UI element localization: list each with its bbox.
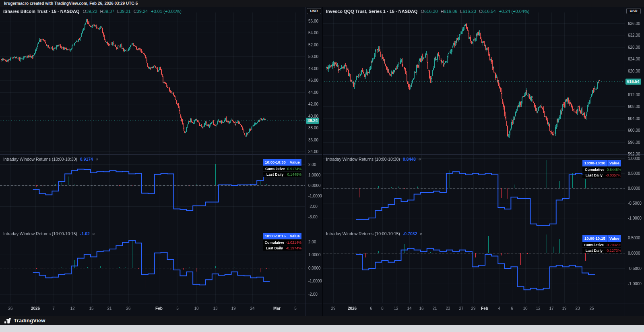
time-tick: 12 (394, 306, 398, 311)
time-scale[interactable]: 262026712152126Feb510131924Mar5 (0, 303, 305, 316)
time-tick: Mar (273, 306, 281, 311)
pane2-scale[interactable]: 2.001.00000.0000-1.0000-2.00 (305, 7, 324, 303)
watermark-bar: krugermacro created with TradingView.com… (0, 0, 644, 7)
time-tick: 26 (8, 306, 12, 311)
time-tick: 4 (498, 306, 500, 311)
currency-badge[interactable]: USD (307, 8, 321, 14)
time-tick: 10 (194, 306, 198, 311)
indicator-title: Intraday Window Returns (10:00-10:30) (326, 157, 400, 162)
ohlc-values: O616.30H616.86L616.23C616.54 (421, 9, 495, 14)
time-tick: 12 (536, 306, 540, 311)
time-tick: 5 (294, 306, 297, 311)
pane-tick: 0.0000 (628, 251, 640, 255)
returns-table-rows: Cumulative -1.0214% Last Daily -0.1974% (263, 239, 301, 251)
window-header: 10:00-10:30 (263, 159, 288, 166)
returns-table-1015: 10:00-10:15 Value Cumulative -1.0214% La… (263, 233, 301, 251)
diameter-icon: ⌀ (419, 157, 421, 161)
pane-tick: 0.0000 (308, 266, 321, 270)
window-header: 10:00-10:15 (263, 233, 288, 239)
pane-tick: -1.0000 (628, 282, 642, 286)
table-row: Last Daily 0.1448% (263, 171, 301, 177)
last-price-label: 39.24 (306, 118, 319, 124)
time-tick: 5 (176, 306, 179, 311)
table-row: Last Daily -0.1273% (582, 247, 621, 253)
indicator-value: -0.7032 (403, 231, 417, 236)
pane2-scale[interactable]: 0.50000.0000-0.5000-1.0000 (625, 7, 643, 303)
bottom-strip (0, 325, 644, 332)
time-tick: 6 (511, 306, 513, 311)
time-tick: 7 (52, 306, 55, 311)
indicator-value: -1.02 (80, 231, 90, 236)
value-header: Value (288, 233, 301, 239)
time-tick: 6 (370, 306, 372, 311)
table-row: Cumulative -1.0214% (263, 239, 301, 245)
time-tick: 21 (432, 306, 437, 311)
time-tick: 27 (459, 306, 463, 311)
chart-layout-ibit[interactable]: iShares Bitcoin Trust · 15 · NASDAQ O39.… (0, 7, 322, 316)
indicator-legend-1030[interactable]: Intraday Window Returns (10:00-10:30) 0.… (326, 157, 421, 162)
indicator-title: Intraday Window Returns (10:00-10:30) (3, 157, 77, 162)
symbol-title[interactable]: Invesco QQQ Trust, Series 1 · 15 · NASDA… (326, 9, 417, 14)
time-tick: Feb (481, 306, 488, 311)
time-tick: 24 (250, 306, 254, 311)
symbol-legend[interactable]: iShares Bitcoin Trust · 15 · NASDAQ O39.… (3, 9, 182, 14)
returns-table-1030: 10:00-10:30 Value Cumulative 0.8448% Las… (582, 160, 621, 178)
returns-table-header: 10:00-10:15 Value (582, 235, 621, 242)
table-row: Cumulative -0.7032% (582, 242, 621, 247)
value-header: Value (288, 159, 301, 166)
symbol-title[interactable]: iShares Bitcoin Trust · 15 · NASDAQ (3, 9, 79, 14)
indicator-value: 0.9174 (80, 157, 93, 162)
table-row: Cumulative 0.9174% (263, 166, 301, 171)
time-tick: 19 (562, 306, 566, 311)
last-price-label: 616.54 (625, 79, 641, 85)
returns-table-rows: Cumulative -0.7032% Last Daily -0.1273% (582, 242, 621, 253)
change-value: +0.01 (+0.01%) (151, 9, 182, 14)
tradingview-logo-icon[interactable] (4, 317, 11, 324)
watermark-text: krugermacro created with TradingView.com… (4, 1, 138, 6)
indicator-legend-1015[interactable]: Intraday Window Returns (10:00-10:15) -1… (3, 231, 95, 236)
time-tick: 16 (419, 306, 423, 311)
value-header: Value (608, 235, 621, 242)
time-tick: 23 (446, 306, 450, 311)
indicator-value: 0.8448 (403, 157, 416, 162)
returns-table-header: 10:00-10:15 Value (263, 233, 301, 239)
pane-tick: 1.0000 (308, 253, 321, 257)
pane-tick: 0.5000 (628, 236, 640, 240)
time-tick: 29 (471, 306, 475, 311)
tradingview-logo-text[interactable]: TradingView (14, 317, 45, 324)
indicator-title: Intraday Window Returns (10:00-10:15) (326, 231, 400, 236)
time-tick: 13 (213, 306, 217, 311)
pane-tick: -2.00 (308, 292, 318, 297)
time-tick: 2026 (31, 306, 40, 311)
branding-bar: TradingView (0, 316, 644, 325)
diameter-icon: ⌀ (93, 232, 95, 236)
returns-table-rows: Cumulative 0.8448% Last Daily -0.0357% (582, 166, 621, 178)
time-tick: 26 (126, 306, 130, 311)
currency-badge[interactable]: USD (626, 8, 641, 14)
indicator-legend-1030[interactable]: Intraday Window Returns (10:00-10:30) 0.… (3, 157, 98, 162)
indicator-title: Intraday Window Returns (10:00-10:15) (3, 231, 77, 236)
indicator-legend-1015[interactable]: Intraday Window Returns (10:00-10:15) -0… (326, 231, 422, 236)
pane-tick: 2.00 (308, 240, 316, 244)
returns-table-1015: 10:00-10:15 Value Cumulative -0.7032% La… (582, 235, 621, 253)
time-tick: 29 (331, 306, 335, 311)
returns-table-rows: Cumulative 0.9174% Last Daily 0.1448% (263, 166, 301, 177)
pane-tick: -0.5000 (628, 266, 642, 271)
time-tick: 12 (70, 306, 74, 311)
time-tick: 21 (107, 306, 111, 311)
chart-layout-qqq[interactable]: Invesco QQQ Trust, Series 1 · 15 · NASDA… (323, 7, 644, 316)
time-scale[interactable]: 2920266812141621232729Feb46101217192325 (323, 303, 625, 316)
symbol-legend[interactable]: Invesco QQQ Trust, Series 1 · 15 · NASDA… (326, 9, 529, 14)
time-tick: 10 (523, 306, 527, 311)
value-header: Value (608, 160, 621, 166)
table-row: Last Daily -0.0357% (582, 172, 621, 178)
diameter-icon: ⌀ (420, 232, 422, 236)
returns-table-header: 10:00-10:30 Value (582, 160, 621, 166)
time-tick: 15 (89, 306, 93, 311)
tradingview-published-chart: krugermacro created with TradingView.com… (0, 0, 644, 332)
time-tick: 23 (575, 306, 580, 311)
time-tick: 14 (407, 306, 411, 311)
time-tick: 19 (231, 306, 235, 311)
ohlc-values: O39.22H39.37L39.21C39.24 (83, 9, 148, 14)
change-value: +0.24 (+0.04%) (499, 9, 530, 14)
